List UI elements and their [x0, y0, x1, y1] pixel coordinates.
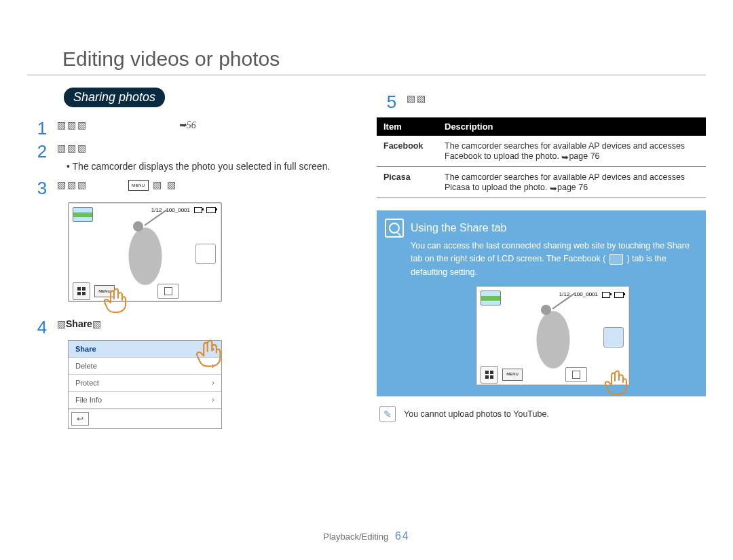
placeholder-text: ▧▧	[407, 93, 427, 104]
footer-section: Playback/Editing	[323, 531, 388, 542]
placeholder-text: ▧▧▧	[57, 119, 88, 130]
page-title: Editing videos or photos	[62, 48, 706, 71]
right-column: 5 ▧▧ Item Description Facebook The	[377, 88, 706, 429]
manual-page: Editing videos or photos Sharing photos …	[0, 0, 733, 560]
step-body: ▧▧▧ ➥56	[57, 118, 356, 132]
table-desc: The camcorder searches for available AP …	[438, 167, 706, 198]
menu-item-delete[interactable]: Delete ›	[69, 358, 221, 375]
chevron-right-icon: ›	[212, 378, 214, 388]
share-tab[interactable]	[195, 244, 216, 264]
table-desc: The camcorder searches for available AP …	[438, 136, 706, 167]
camcorder-bottom-bar: MENU	[476, 365, 629, 385]
menu-list: Share › Delete › Protect › File Info ›	[68, 340, 222, 429]
share-tab[interactable]	[603, 327, 624, 348]
step-body: ▧Share▧	[57, 317, 356, 331]
menu-item-share[interactable]: Share ›	[69, 341, 221, 358]
memory-card-icon	[602, 292, 610, 298]
page-ref-num: 56	[187, 120, 196, 130]
menu-item-file-info[interactable]: File Info ›	[69, 392, 221, 409]
table-page-ref: page 76	[569, 151, 599, 161]
table-key: Picasa	[377, 167, 438, 198]
step-5: 5 ▧▧	[377, 92, 706, 111]
step-1: 1 ▧▧▧ ➥56	[27, 118, 356, 137]
back-arrow-icon: ↩	[77, 414, 83, 424]
magnifier-tip-icon	[385, 219, 404, 238]
placeholder-text: ▧	[57, 318, 66, 329]
file-code: 100_0001	[166, 207, 190, 213]
placeholder-text: ▧ ▧	[153, 179, 177, 190]
note: ✎ You cannot upload photos to YouTube.	[379, 406, 706, 422]
step-2: 2 ▧▧▧ The camcorder displays the photo y…	[27, 141, 356, 174]
section-pill: Sharing photos	[64, 88, 165, 107]
left-column: Sharing photos 1 ▧▧▧ ➥56 2 ▧▧▧ Th	[27, 88, 356, 429]
menu-item-label: Protect	[75, 379, 99, 387]
step-4: 4 ▧Share▧	[27, 317, 356, 336]
menu-button[interactable]: MENU	[502, 369, 523, 381]
table-page-ref: page 76	[557, 183, 588, 192]
step-3: 3 ▧▧▧ MENU ▧ ▧	[27, 178, 356, 197]
step-number: 2	[27, 141, 57, 160]
table-row: Facebook The camcorder searches for avai…	[377, 136, 706, 167]
page-footer: Playback/Editing 64	[0, 530, 733, 542]
note-icon: ✎	[379, 406, 396, 422]
photo-silhouette	[529, 299, 577, 373]
step-body: ▧▧▧ The camcorder displays the photo you…	[57, 141, 356, 174]
page-ref-arrow-icon: ➥	[178, 120, 187, 130]
share-label: Share	[66, 318, 92, 329]
menu-item-label: Delete	[75, 362, 97, 370]
table-key: Facebook	[377, 136, 438, 167]
table-row: Picasa The camcorder searches for availa…	[377, 167, 706, 198]
placeholder-text: ▧▧▧	[57, 179, 88, 190]
gallery-back-thumb-icon[interactable]	[481, 291, 501, 305]
thumbnail-grid-button[interactable]	[481, 366, 498, 384]
menu-button[interactable]: MENU	[94, 285, 115, 297]
footer-page-number: 64	[395, 530, 410, 542]
placeholder-text: ▧	[92, 318, 101, 329]
file-code: 100_0001	[574, 291, 598, 299]
step-body: ▧▧	[407, 92, 706, 106]
two-column-layout: Sharing photos 1 ▧▧▧ ➥56 2 ▧▧▧ Th	[27, 88, 706, 429]
note-text: You cannot upload photos to YouTube.	[404, 409, 549, 419]
title-rule	[27, 75, 706, 75]
step-number: 4	[27, 317, 57, 336]
placeholder-text: ▧▧▧	[57, 143, 88, 153]
info-box: Using the Share tab You can access the l…	[377, 210, 706, 396]
page-ref-arrow-icon: ➥	[561, 152, 569, 162]
info-body: You can access the last connected sharin…	[411, 240, 695, 279]
camcorder-bottom-bar: MENU	[69, 281, 221, 301]
step-bullet: The camcorder displays the photo you sel…	[67, 160, 356, 174]
battery-icon	[206, 207, 216, 213]
thumbnail-grid-button[interactable]	[73, 282, 90, 300]
chevron-right-icon: ›	[212, 361, 214, 371]
step-number: 1	[27, 118, 57, 137]
menu-back-button[interactable]: ↩	[71, 412, 89, 426]
slideshow-button[interactable]	[157, 284, 179, 299]
camcorder-preview-2: 1/12 100_0001 MENU	[476, 286, 630, 386]
camcorder-preview-1: 1/12 100_0001 MENU	[68, 202, 222, 302]
step-number: 3	[27, 178, 57, 197]
step-number: 5	[377, 92, 407, 111]
page-ref: ➥56	[178, 120, 196, 130]
menu-item-protect[interactable]: Protect ›	[69, 375, 221, 392]
photo-counter: 1/12	[151, 207, 162, 213]
slideshow-button[interactable]	[565, 367, 587, 382]
gallery-back-thumb-icon[interactable]	[73, 207, 93, 222]
info-title: Using the Share tab	[411, 220, 695, 237]
menu-item-label: Share	[75, 345, 96, 353]
battery-icon	[614, 292, 624, 298]
steps-left: 1 ▧▧▧ ➥56 2 ▧▧▧ The camcorder displays t…	[27, 118, 356, 429]
menu-item-label: File Info	[75, 396, 102, 404]
share-destination-table: Item Description Facebook The camcorder …	[377, 117, 706, 198]
table-header-description: Description	[438, 117, 706, 136]
facebook-tab-icon	[609, 254, 623, 265]
menu-button-inline-icon: MENU	[128, 180, 149, 191]
page-ref-arrow-icon: ➥	[550, 183, 557, 193]
memory-card-icon	[194, 207, 202, 213]
photo-silhouette	[121, 215, 169, 290]
grid-icon	[77, 287, 86, 295]
grid-icon	[485, 371, 493, 379]
chevron-right-icon: ›	[212, 344, 214, 354]
step-body: ▧▧▧ MENU ▧ ▧	[57, 178, 356, 192]
table-header-item: Item	[377, 117, 438, 136]
chevron-right-icon: ›	[212, 395, 214, 405]
